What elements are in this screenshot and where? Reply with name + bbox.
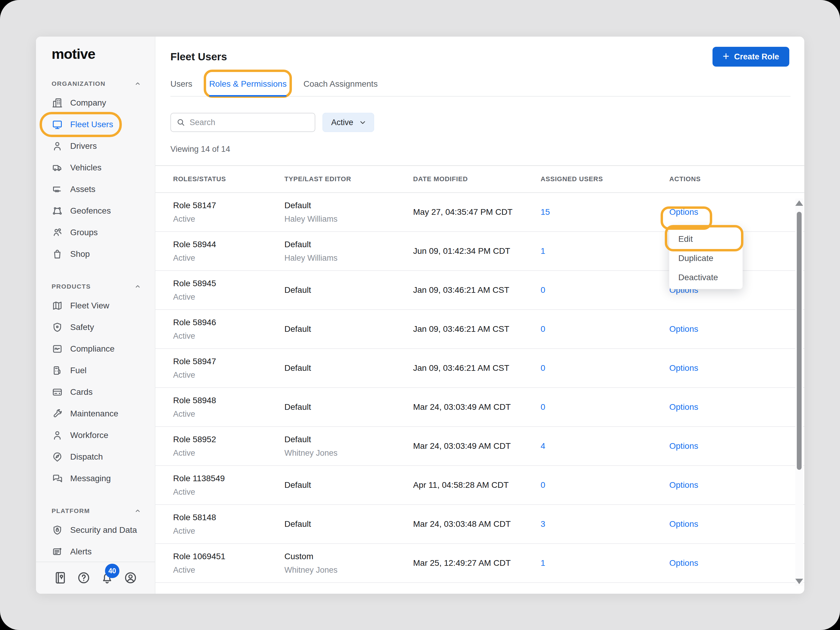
viewing-count: Viewing 14 of 14 (171, 145, 804, 154)
sidebar-item-label: Workforce (70, 431, 108, 440)
sidebar-item-groups[interactable]: Groups (36, 222, 155, 243)
assets-icon (52, 183, 63, 195)
options-link[interactable]: Options (669, 207, 698, 217)
sidebar-item-label: Fleet View (70, 301, 109, 311)
last-editor: Whitney Jones (284, 564, 413, 576)
assigned-users-link[interactable]: 0 (541, 285, 545, 295)
sidebar-item-fleet-view[interactable]: Fleet View (36, 295, 155, 316)
screen-background: motive ORGANIZATIONCompanyFleet UsersDri… (0, 0, 840, 630)
role-type: Default (284, 284, 413, 296)
menu-item-edit[interactable]: Edit (669, 229, 742, 249)
options-link[interactable]: Options (669, 519, 698, 529)
sidebar-item-messaging[interactable]: Messaging (36, 468, 155, 489)
sidebar-item-cards[interactable]: Cards (36, 381, 155, 403)
tab-label: Roles & Permissions (209, 79, 286, 88)
sidebar-item-label: Cards (70, 387, 93, 397)
tab-label: Users (171, 79, 192, 88)
tab-users[interactable]: Users (171, 73, 192, 96)
fleet-view-icon (52, 300, 63, 311)
sidebar-item-alerts[interactable]: Alerts (36, 541, 155, 562)
sidebar-item-label: Assets (70, 185, 95, 194)
dispatch-icon (52, 451, 63, 463)
sidebar-item-label: Geofences (70, 206, 111, 216)
date-modified: Apr 11, 04:58:28 AM CDT (413, 479, 541, 491)
assigned-users-link[interactable]: 4 (541, 441, 545, 451)
assigned-users-link[interactable]: 0 (541, 480, 545, 490)
role-name: Role 58948 (173, 395, 284, 406)
date-modified: Jan 09, 03:46:21 AM CST (413, 362, 541, 374)
assigned-users-link[interactable]: 3 (541, 519, 545, 529)
date-modified: Mar 24, 03:03:48 AM CDT (413, 518, 541, 530)
workforce-icon (52, 429, 63, 441)
tab-label: Coach Assignments (303, 79, 377, 88)
sidebar-item-maintenance[interactable]: Maintenance (36, 403, 155, 425)
assigned-users-link[interactable]: 1 (541, 558, 545, 568)
assigned-users-link[interactable]: 0 (541, 324, 545, 334)
search-input[interactable] (171, 113, 315, 132)
options-link[interactable]: Options (669, 324, 698, 334)
sidebar-item-security-and-data[interactable]: Security and Data (36, 519, 155, 541)
sidebar-section-organization[interactable]: ORGANIZATION (36, 75, 155, 92)
assigned-users-link[interactable]: 1 (541, 246, 545, 256)
sidebar-item-compliance[interactable]: Compliance (36, 338, 155, 360)
assigned-users-link[interactable]: 15 (541, 207, 550, 217)
sidebar-section-platform[interactable]: PLATFORM (36, 502, 155, 519)
status-filter-dropdown[interactable]: Active (322, 113, 374, 132)
sidebar-item-shop[interactable]: Shop (36, 243, 155, 265)
sidebar-item-label: Company (70, 98, 106, 108)
plus-icon: + (723, 51, 729, 62)
sidebar-item-geofences[interactable]: Geofences (36, 200, 155, 222)
toolbar: Active (171, 113, 789, 132)
sidebar-item-fuel[interactable]: Fuel (36, 360, 155, 381)
sidebar-item-assets[interactable]: Assets (36, 178, 155, 200)
tab-coach-assignments[interactable]: Coach Assignments (303, 73, 377, 96)
scroll-down-arrow[interactable] (795, 579, 803, 584)
sidebar-item-vehicles[interactable]: Vehicles (36, 157, 155, 178)
guide-icon[interactable] (54, 571, 67, 585)
sidebar-footer: 40 (36, 562, 155, 594)
create-role-button[interactable]: + Create Role (712, 47, 789, 66)
assigned-users-link[interactable]: 0 (541, 402, 545, 412)
role-type: Default (284, 238, 413, 251)
sidebar-item-drivers[interactable]: Drivers (36, 135, 155, 157)
maintenance-icon (52, 408, 63, 419)
table-row: Role 1069451ActiveCustomWhitney JonesMar… (155, 544, 804, 583)
scroll-up-arrow[interactable] (795, 201, 803, 206)
sidebar-item-company[interactable]: Company (36, 92, 155, 114)
role-name: Role 58944 (173, 238, 284, 251)
sidebar-item-workforce[interactable]: Workforce (36, 425, 155, 446)
sidebar: motive ORGANIZATIONCompanyFleet UsersDri… (36, 36, 155, 594)
sidebar-item-label: Drivers (70, 141, 97, 151)
options-link[interactable]: Options (669, 363, 698, 373)
role-status: Active (173, 525, 284, 537)
options-link[interactable]: Options (669, 480, 698, 490)
notification-count-badge: 40 (105, 564, 119, 578)
tab-roles-permissions[interactable]: Roles & Permissions (209, 73, 286, 96)
menu-item-duplicate[interactable]: Duplicate (669, 249, 742, 268)
notifications-icon[interactable]: 40 (100, 571, 114, 585)
sidebar-section-products[interactable]: PRODUCTS (36, 278, 155, 295)
sidebar-item-fleet-users[interactable]: Fleet Users (36, 114, 155, 135)
table-row: Role 58148ActiveDefaultMar 24, 03:03:48 … (155, 505, 804, 544)
assigned-users-link[interactable]: 0 (541, 363, 545, 373)
date-modified: Jan 09, 03:46:21 AM CST (413, 284, 541, 296)
role-type: Default (284, 323, 413, 335)
sidebar-item-dispatch[interactable]: Dispatch (36, 446, 155, 468)
table-row: Role 58952ActiveDefaultWhitney JonesMar … (155, 427, 804, 466)
menu-item-deactivate[interactable]: Deactivate (669, 268, 742, 287)
sidebar-item-safety[interactable]: Safety (36, 316, 155, 338)
options-link[interactable]: Options (669, 558, 698, 568)
date-modified: Mar 25, 12:49:27 AM CDT (413, 557, 541, 569)
shop-icon (52, 248, 63, 260)
column-header-roles-status: ROLES/STATUS (173, 175, 284, 183)
options-link[interactable]: Options (669, 402, 698, 412)
scrollbar-thumb[interactable] (797, 212, 802, 470)
page-header: Fleet Users + Create Role (155, 36, 804, 66)
search-icon (177, 118, 185, 127)
section-label: PLATFORM (52, 507, 90, 515)
help-icon[interactable] (77, 571, 91, 585)
options-link[interactable]: Options (669, 441, 698, 451)
date-modified: Jun 09, 01:42:34 PM CDT (413, 245, 541, 257)
section-label: PRODUCTS (52, 283, 91, 290)
account-icon[interactable] (123, 571, 137, 585)
